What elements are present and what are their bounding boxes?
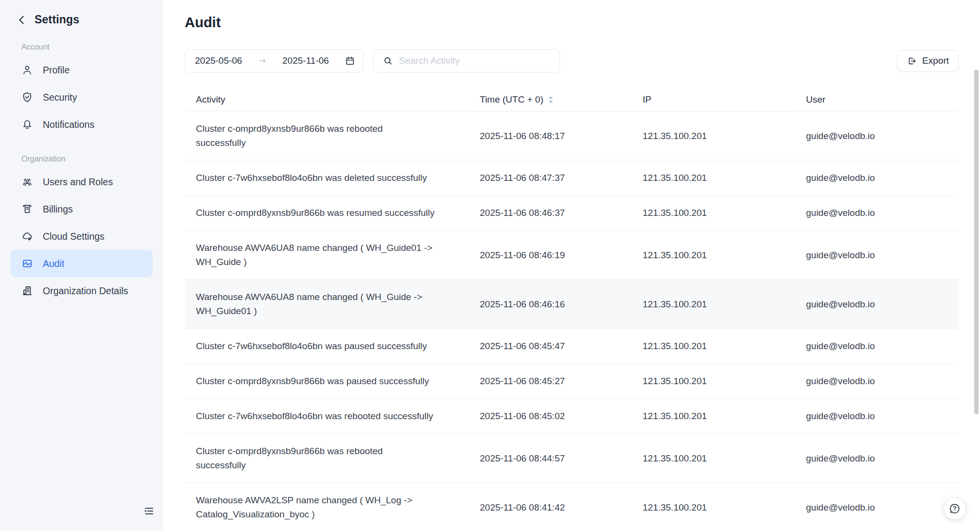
activity-cell: Cluster c-omprd8yxnsb9ur866b was resumed… xyxy=(185,195,468,230)
section-label-account: Account xyxy=(21,43,153,52)
activity-cell: Cluster c-omprd8yxnsb9ur866b was reboote… xyxy=(185,434,468,482)
ip-cell: 121.35.100.201 xyxy=(632,111,795,160)
date-range-picker[interactable]: 2025-05-06 2025-11-06 xyxy=(185,49,364,72)
user-cell: guide@velodb.io xyxy=(795,483,959,531)
table-row[interactable]: Warehouse AWVA2LSP name changed ( WH_Log… xyxy=(185,483,959,531)
export-button-label: Export xyxy=(922,55,949,66)
column-header-activity: Activity xyxy=(185,88,468,111)
help-question-icon: ? xyxy=(948,502,961,515)
sidebar-item-users-and-roles[interactable]: Users and Roles xyxy=(11,168,153,195)
activity-cell: Cluster c-omprd8yxnsb9ur866b was reboote… xyxy=(185,111,468,160)
user-cell: guide@velodb.io xyxy=(795,329,959,363)
search-activity-input[interactable] xyxy=(399,55,552,66)
toolbar: 2025-05-06 2025-11-06 Export xyxy=(185,49,959,72)
sidebar-item-billings[interactable]: Billings xyxy=(11,195,153,223)
column-header-ip: IP xyxy=(632,88,795,111)
export-button[interactable]: Export xyxy=(897,50,959,72)
time-cell: 2025-11-06 08:48:17 xyxy=(468,111,632,160)
audit-table-body: Cluster c-omprd8yxnsb9ur866b was reboote… xyxy=(185,111,959,531)
user-cell: guide@velodb.io xyxy=(795,280,959,328)
sidebar-item-audit[interactable]: Audit xyxy=(11,250,153,277)
activity-cell: Cluster c-7w6hxsebof8lo4o6bn was deleted… xyxy=(185,160,468,195)
time-cell: 2025-11-06 08:45:02 xyxy=(468,399,632,433)
users-icon xyxy=(21,176,33,188)
settings-sidebar: Settings Account Profile Security Notifi… xyxy=(0,0,163,531)
calendar-icon xyxy=(345,55,355,66)
table-row[interactable]: Cluster c-omprd8yxnsb9ur866b was resumed… xyxy=(185,195,959,230)
user-cell: guide@velodb.io xyxy=(795,195,959,230)
sidebar-item-label: Organization Details xyxy=(43,285,128,297)
column-header-time[interactable]: Time (UTC + 0) xyxy=(468,88,632,111)
page-title: Audit xyxy=(185,15,959,31)
sort-carets-icon[interactable] xyxy=(548,95,554,105)
sidebar-item-label: Notifications xyxy=(43,119,94,130)
sidebar-title: Settings xyxy=(35,13,79,26)
sidebar-item-label: Cloud Settings xyxy=(43,231,105,242)
back-button[interactable] xyxy=(17,15,27,25)
ip-cell: 121.35.100.201 xyxy=(632,160,795,195)
billing-icon xyxy=(21,203,33,215)
table-row[interactable]: Warehouse AWVA6UA8 name changed ( WH_Gui… xyxy=(185,230,959,280)
time-cell: 2025-11-06 08:46:16 xyxy=(468,280,632,328)
sidebar-item-label: Security xyxy=(43,92,77,103)
sidebar-item-organization-details[interactable]: Organization Details xyxy=(11,277,153,304)
sidebar-item-profile[interactable]: Profile xyxy=(11,56,153,84)
user-icon xyxy=(21,64,33,76)
collapse-sidebar-button[interactable] xyxy=(142,505,155,517)
date-range-start[interactable]: 2025-05-06 xyxy=(195,55,242,66)
ip-cell: 121.35.100.201 xyxy=(632,434,795,482)
collapse-sidebar-icon xyxy=(142,505,155,517)
user-cell: guide@velodb.io xyxy=(795,111,959,160)
help-button[interactable]: ? xyxy=(944,498,965,519)
table-row[interactable]: Cluster c-7w6hxsebof8lo4o6bn was deleted… xyxy=(185,160,959,195)
table-row[interactable]: Cluster c-omprd8yxnsb9ur866b was reboote… xyxy=(185,111,959,160)
time-cell: 2025-11-06 08:47:37 xyxy=(468,160,632,195)
bell-icon xyxy=(21,119,33,130)
table-row[interactable]: Warehouse AWVA6UA8 name changed ( WH_Gui… xyxy=(185,280,959,329)
ip-cell: 121.35.100.201 xyxy=(632,364,795,398)
activity-cell: Warehouse AWVA6UA8 name changed ( WH_Gui… xyxy=(185,280,468,328)
ip-cell: 121.35.100.201 xyxy=(632,280,795,328)
ip-cell: 121.35.100.201 xyxy=(632,329,795,363)
table-row[interactable]: Cluster c-7w6hxsebof8lo4o6bn was reboote… xyxy=(185,399,959,434)
chevron-left-icon xyxy=(17,15,27,25)
table-row[interactable]: Cluster c-omprd8yxnsb9ur866b was reboote… xyxy=(185,434,959,483)
building-icon xyxy=(21,285,33,297)
table-row[interactable]: Cluster c-7w6hxsebof8lo4o6bn was paused … xyxy=(185,329,959,364)
activity-cell: Cluster c-7w6hxsebof8lo4o6bn was paused … xyxy=(185,329,468,363)
sidebar-item-cloud-settings[interactable]: Cloud Settings xyxy=(11,223,153,250)
sidebar-item-security[interactable]: Security xyxy=(11,84,153,111)
ip-cell: 121.35.100.201 xyxy=(632,195,795,230)
shield-check-icon xyxy=(21,91,33,103)
time-cell: 2025-11-06 08:44:57 xyxy=(468,434,632,482)
cloud-gear-icon xyxy=(21,230,33,242)
time-cell: 2025-11-06 08:46:37 xyxy=(468,195,632,230)
sidebar-item-label: Profile xyxy=(43,65,70,76)
date-range-end[interactable]: 2025-11-06 xyxy=(282,55,329,66)
user-cell: guide@velodb.io xyxy=(795,230,959,279)
sidebar-item-label: Users and Roles xyxy=(43,177,113,188)
sidebar-item-notifications[interactable]: Notifications xyxy=(11,111,153,138)
user-cell: guide@velodb.io xyxy=(795,160,959,195)
sidebar-item-label: Billings xyxy=(43,204,73,215)
ip-cell: 121.35.100.201 xyxy=(632,230,795,279)
search-activity-box xyxy=(373,49,560,72)
sidebar-item-label: Audit xyxy=(43,258,64,269)
svg-text:?: ? xyxy=(953,505,957,512)
export-icon xyxy=(907,56,917,66)
vertical-scrollbar-thumb[interactable] xyxy=(974,70,979,414)
arrow-right-icon xyxy=(258,57,267,65)
search-icon xyxy=(383,55,393,66)
activity-cell: Cluster c-7w6hxsebof8lo4o6bn was reboote… xyxy=(185,399,468,433)
column-header-user: User xyxy=(795,88,959,111)
user-cell: guide@velodb.io xyxy=(795,399,959,433)
ip-cell: 121.35.100.201 xyxy=(632,483,795,531)
time-cell: 2025-11-06 08:45:47 xyxy=(468,329,632,363)
table-row[interactable]: Cluster c-omprd8yxnsb9ur866b was paused … xyxy=(185,364,959,399)
user-cell: guide@velodb.io xyxy=(795,434,959,482)
audit-table: Activity Time (UTC + 0) IP User Cluster … xyxy=(185,88,959,531)
audit-page: Audit 2025-05-06 2025-11-06 Export xyxy=(163,0,980,531)
audit-table-header: Activity Time (UTC + 0) IP User xyxy=(185,88,959,111)
user-cell: guide@velodb.io xyxy=(795,364,959,398)
time-cell: 2025-11-06 08:41:42 xyxy=(468,483,632,531)
